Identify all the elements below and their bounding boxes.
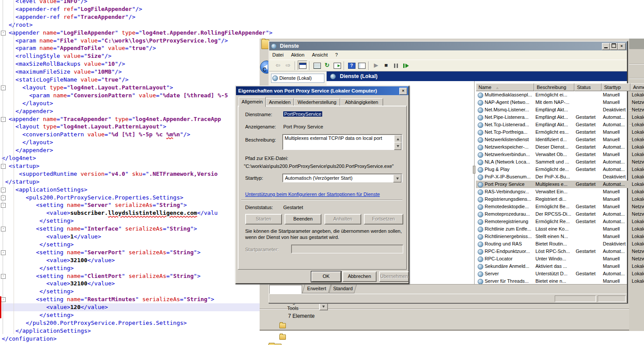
combo-dropdown-button[interactable] — [319, 303, 328, 310]
table-row[interactable]: RAS-Verbindungsv...Verwaltet Ein...Manue… — [476, 188, 644, 196]
anhalten-button[interactable]: Anhalten — [324, 214, 361, 224]
pause-service-icon[interactable] — [391, 60, 401, 70]
code-line[interactable]: <level value="INFO"/> — [2, 0, 642, 5]
table-row[interactable]: Net.Tcp-Listenerad...Empfängt Akt...Gest… — [476, 121, 644, 128]
menu-ansicht[interactable]: Ansicht — [309, 52, 331, 57]
restart-service-icon[interactable] — [401, 60, 411, 70]
cell: Manuell — [603, 151, 630, 158]
close-button[interactable]: × — [618, 43, 626, 50]
fold-toggle-icon[interactable]: - — [1, 31, 6, 36]
uebernehmen-button[interactable]: Übernehmen — [379, 271, 409, 282]
fold-toggle-icon[interactable]: - — [1, 188, 6, 192]
forward-arrow-icon[interactable]: ⇨ — [283, 60, 293, 70]
fortsetzen-button[interactable]: Fortsetzen — [364, 214, 403, 224]
column-header-name[interactable]: Name — [476, 83, 534, 91]
table-row[interactable]: Net.Msmq-Listener...Empfängt Akt...Deakt… — [476, 106, 644, 114]
maximize-button[interactable] — [610, 43, 618, 50]
table-row[interactable]: Richtlinie zum Entfe...Lässt eine Ko...M… — [476, 225, 644, 233]
table-row[interactable]: Richtlinienergebniss...Stellt einen N...… — [476, 233, 644, 240]
table-row[interactable]: Netzwerkverbindun...Verwaltet Ob...Gesta… — [476, 151, 644, 158]
combo-dropdown-button[interactable] — [393, 174, 401, 182]
fold-toggle-icon[interactable]: - — [1, 203, 6, 208]
column-header-starttyp[interactable]: Starttyp — [602, 83, 630, 91]
minimize-button[interactable] — [602, 43, 610, 50]
folder-label[interactable]: Tools — [287, 306, 299, 311]
table-row[interactable]: ServerUnterstützt D...GestartetAutomat..… — [476, 270, 644, 277]
table-row[interactable]: Registrierungsdiens...Registriert di...M… — [476, 196, 644, 203]
start-service-icon[interactable]: ▶ — [371, 60, 381, 70]
beenden-button[interactable]: Beenden — [285, 214, 321, 224]
column-header-status[interactable]: Status — [574, 83, 602, 91]
starten-button[interactable]: Starten — [245, 214, 282, 224]
table-row[interactable]: Port Proxy ServiceMultiplexes e...Gestar… — [476, 181, 644, 188]
table-row[interactable]: Net.Tcp-Portfreiga...Ermöglicht es...Ges… — [476, 128, 644, 136]
table-row[interactable]: RPC-LocatorUnter Windo...ManuellNetzwerk… — [476, 255, 644, 263]
cell: Manuell — [603, 233, 630, 240]
tab-standard[interactable]: Standard — [329, 285, 357, 293]
table-row[interactable]: Multimediaklassenpl...Ermöglicht ei...Ma… — [476, 91, 644, 99]
fold-toggle-icon[interactable]: - — [1, 297, 6, 302]
console-window-icon[interactable] — [298, 60, 307, 70]
table-row[interactable]: Server für Threads...Bietet eine n...Man… — [476, 277, 644, 284]
menu-datei[interactable]: Datei — [269, 52, 287, 57]
code-line[interactable]: <appender-ref ref="TraceAppender"/> — [2, 13, 642, 21]
help-icon: ? — [348, 63, 355, 69]
table-row[interactable]: NLA (Network Loca...Sammelt und ...Gesta… — [476, 158, 644, 166]
stop-service-icon[interactable]: ■ — [381, 60, 391, 70]
pane-splitter[interactable] — [474, 81, 475, 284]
cell: Deaktiviert — [603, 240, 630, 248]
code-line[interactable]: </root> — [2, 21, 642, 29]
beschreibung-field[interactable]: Multiplexes external TCP/IP data on loca… — [282, 134, 402, 150]
startoptions-help-link[interactable]: Unterstützung beim Konfigurieren der Sta… — [245, 192, 380, 197]
table-row[interactable]: NAP-Agent (Netwo...Mit dem NAP-...Manuel… — [476, 99, 644, 106]
dialog-titlebar[interactable]: Eigenschaften von Port Proxy Service (Lo… — [236, 86, 408, 95]
chevron-down-icon — [322, 306, 325, 308]
menu-aktion[interactable]: Aktion — [288, 52, 308, 57]
services-titlebar[interactable]: Dienste × — [269, 42, 627, 50]
show-tree-icon[interactable] — [357, 60, 366, 70]
table-row[interactable]: PnP-X-IP-Busenum...Der PnP-X-Bu...Deakti… — [476, 173, 644, 181]
fold-toggle-icon[interactable]: - — [1, 227, 6, 231]
table-row[interactable]: RPC-Endpunktzuor...Löst RPC-Sch...Gestar… — [476, 248, 644, 255]
fold-toggle-icon[interactable]: - — [1, 196, 6, 200]
properties-list-icon[interactable] — [312, 60, 322, 70]
code-line[interactable]: </configuration> — [2, 335, 642, 343]
startparameter-input[interactable] — [291, 245, 403, 253]
back-arrow-icon[interactable]: ⇦ — [273, 60, 283, 70]
code-line[interactable]: <appender name="LogFileAppender" type="l… — [2, 29, 642, 37]
fold-toggle-icon[interactable]: - — [1, 85, 6, 90]
menu-hilfe[interactable]: ? — [332, 52, 341, 57]
column-header-beschreibung[interactable]: Beschreibung — [534, 83, 574, 91]
fold-toggle-icon[interactable]: - — [1, 250, 6, 255]
fold-toggle-icon[interactable]: - — [1, 274, 6, 279]
ok-button[interactable]: OK — [311, 271, 341, 282]
table-row[interactable]: Sekundäre Anmeld...Aktiviert das ...Manu… — [476, 263, 644, 270]
refresh-icon[interactable]: ↻ — [322, 60, 332, 70]
dialog-close-button[interactable]: × — [399, 88, 407, 95]
table-row[interactable]: RemoteregistrierungErmöglicht Re...Gesta… — [476, 218, 644, 225]
service-gear-icon — [478, 219, 483, 225]
fold-toggle-icon[interactable]: - — [1, 164, 6, 169]
tab-allgemein[interactable]: Allgemein — [239, 97, 266, 107]
table-row[interactable]: Remotedesktopdie...Ermöglicht Be...Gesta… — [476, 203, 644, 210]
help-icon[interactable]: ? — [347, 60, 356, 70]
abbrechen-button[interactable]: Abbrechen — [342, 271, 377, 282]
code-line[interactable]: <appender-ref ref="LogFileAppender"/> — [2, 5, 642, 13]
table-row[interactable]: Netzwerkspeicher-...Dieser Dienst...Gest… — [476, 143, 644, 151]
tree-item-dienste-lokal[interactable]: Dienste (Lokal) — [271, 74, 324, 83]
table-row[interactable]: Routing und RASBietet Routin...Deaktivie… — [476, 240, 644, 248]
description-scroll-down[interactable] — [394, 142, 401, 150]
export-list-icon[interactable] — [332, 60, 342, 70]
column-header-anmelden-als[interactable]: Anmelden als — [630, 83, 644, 91]
table-row[interactable]: NetzwerklistendienstIdentifiziert d...Ge… — [476, 136, 644, 143]
starttyp-combobox[interactable]: Automatisch (Verzögerter Start) — [282, 174, 402, 182]
table-row[interactable]: Remoteprozedurau...Der RPCSS-Di...Gestar… — [476, 210, 644, 218]
cell: Ermöglicht ei... — [535, 91, 574, 99]
dienstname-value[interactable]: PortProxyService — [283, 111, 322, 117]
splitter-handle[interactable] — [473, 166, 475, 174]
table-row[interactable]: Net.Pipe-Listenera...Empfängt Akt...Gest… — [476, 114, 644, 121]
tab-erweitert[interactable]: Erweitert — [302, 285, 331, 293]
fold-toggle-icon[interactable]: - — [1, 117, 6, 122]
table-row[interactable]: Plug & PlayErmöglicht de...GestartetAuto… — [476, 166, 644, 173]
service-gear-icon — [478, 182, 483, 188]
